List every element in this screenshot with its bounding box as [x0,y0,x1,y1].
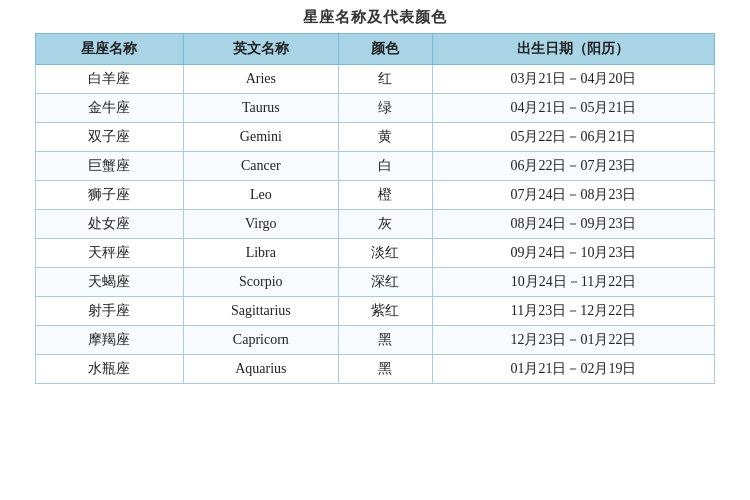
cell-dates: 04月21日－05月21日 [432,94,714,123]
cell-color: 黑 [338,355,432,384]
cell-chinese: 天蝎座 [36,268,184,297]
zodiac-table: 星座名称 英文名称 颜色 出生日期（阳历） 白羊座Aries红03月21日－04… [35,33,715,384]
cell-english: Gemini [183,123,338,152]
table-row: 天蝎座Scorpio深红10月24日－11月22日 [36,268,715,297]
cell-dates: 09月24日－10月23日 [432,239,714,268]
cell-dates: 03月21日－04月20日 [432,65,714,94]
table-row: 水瓶座Aquarius黑01月21日－02月19日 [36,355,715,384]
cell-dates: 12月23日－01月22日 [432,326,714,355]
cell-english: Aquarius [183,355,338,384]
cell-chinese: 狮子座 [36,181,184,210]
cell-color: 橙 [338,181,432,210]
table-row: 双子座Gemini黄05月22日－06月21日 [36,123,715,152]
col-header-dates: 出生日期（阳历） [432,34,714,65]
col-header-english: 英文名称 [183,34,338,65]
cell-color: 黄 [338,123,432,152]
cell-dates: 01月21日－02月19日 [432,355,714,384]
cell-chinese: 双子座 [36,123,184,152]
cell-english: Taurus [183,94,338,123]
cell-color: 白 [338,152,432,181]
cell-chinese: 天秤座 [36,239,184,268]
cell-english: Cancer [183,152,338,181]
table-row: 处女座Virgo灰08月24日－09月23日 [36,210,715,239]
table-row: 金牛座Taurus绿04月21日－05月21日 [36,94,715,123]
cell-english: Aries [183,65,338,94]
page-title: 星座名称及代表颜色 [303,8,447,27]
cell-english: Libra [183,239,338,268]
cell-color: 深红 [338,268,432,297]
cell-dates: 05月22日－06月21日 [432,123,714,152]
cell-color: 紫红 [338,297,432,326]
col-header-color: 颜色 [338,34,432,65]
cell-dates: 07月24日－08月23日 [432,181,714,210]
table-row: 白羊座Aries红03月21日－04月20日 [36,65,715,94]
cell-color: 红 [338,65,432,94]
col-header-chinese: 星座名称 [36,34,184,65]
table-row: 巨蟹座Cancer白06月22日－07月23日 [36,152,715,181]
cell-english: Scorpio [183,268,338,297]
cell-english: Sagittarius [183,297,338,326]
cell-color: 绿 [338,94,432,123]
cell-chinese: 白羊座 [36,65,184,94]
cell-chinese: 射手座 [36,297,184,326]
cell-chinese: 水瓶座 [36,355,184,384]
cell-color: 黑 [338,326,432,355]
cell-english: Virgo [183,210,338,239]
cell-dates: 06月22日－07月23日 [432,152,714,181]
cell-dates: 10月24日－11月22日 [432,268,714,297]
cell-chinese: 巨蟹座 [36,152,184,181]
table-row: 天秤座Libra淡红09月24日－10月23日 [36,239,715,268]
cell-chinese: 金牛座 [36,94,184,123]
cell-dates: 11月23日－12月22日 [432,297,714,326]
cell-english: Leo [183,181,338,210]
cell-english: Capricorn [183,326,338,355]
table-row: 摩羯座Capricorn黑12月23日－01月22日 [36,326,715,355]
cell-dates: 08月24日－09月23日 [432,210,714,239]
cell-color: 灰 [338,210,432,239]
table-header-row: 星座名称 英文名称 颜色 出生日期（阳历） [36,34,715,65]
table-row: 射手座Sagittarius紫红11月23日－12月22日 [36,297,715,326]
table-row: 狮子座Leo橙07月24日－08月23日 [36,181,715,210]
cell-chinese: 摩羯座 [36,326,184,355]
page-wrapper: 星座名称及代表颜色 星座名称 英文名称 颜色 出生日期（阳历） 白羊座Aries… [0,0,750,500]
cell-chinese: 处女座 [36,210,184,239]
cell-color: 淡红 [338,239,432,268]
